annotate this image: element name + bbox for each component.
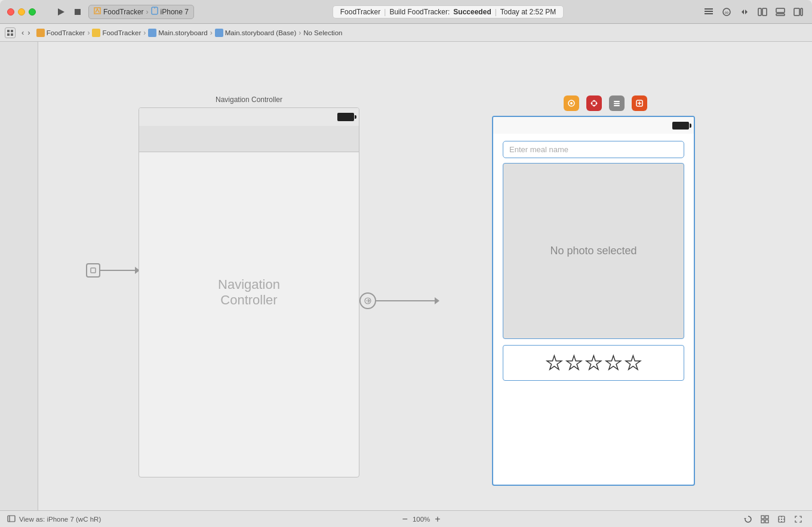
vc-view-icon[interactable] — [564, 95, 579, 111]
breadcrumb-label-5: No Selection — [303, 29, 342, 36]
entry-point — [86, 263, 136, 278]
breadcrumb-item-2[interactable]: FoodTracker — [92, 29, 141, 37]
build-label: Build FoodTracker: — [389, 8, 450, 16]
svg-point-27 — [593, 105, 595, 107]
main-content: Navigation Controller Navigation Control… — [0, 42, 812, 510]
svg-point-26 — [596, 103, 598, 104]
star-5[interactable]: ★ — [625, 352, 642, 374]
foodtracker-project-icon — [36, 29, 45, 37]
titlebar-right: ∞ — [702, 5, 805, 19]
navigator-grid-button[interactable] — [5, 27, 16, 38]
editor-version-button[interactable] — [738, 5, 751, 19]
breadcrumb-nav: ‹ › — [20, 28, 32, 37]
canvas-grid-button[interactable] — [758, 513, 771, 526]
svg-point-23 — [570, 102, 573, 104]
svg-rect-1 — [75, 9, 81, 15]
run-button[interactable] — [55, 6, 67, 18]
breadcrumb-label-1: FoodTracker — [47, 29, 85, 36]
rating-control[interactable]: ★ ★ ★ ★ ★ — [503, 345, 684, 381]
meal-name-textfield[interactable]: Enter meal name — [503, 141, 684, 158]
photo-image-view[interactable]: No photo selected — [503, 163, 684, 339]
zoom-out-button[interactable]: − — [402, 514, 408, 525]
svg-rect-10 — [758, 8, 761, 16]
bottom-bar-right — [742, 513, 805, 526]
breadcrumb-item-5: No Selection — [303, 29, 342, 36]
breadcrumb-item-4[interactable]: Main.storyboard (Base) — [215, 29, 297, 37]
foodtracker-folder-icon — [92, 29, 100, 37]
breadcrumb-label-2: FoodTracker — [102, 29, 141, 36]
storyboard-canvas[interactable]: Navigation Controller Navigation Control… — [38, 42, 812, 510]
vc-status-bar — [493, 117, 694, 134]
svg-rect-41 — [765, 520, 768, 523]
nav-battery-icon — [337, 113, 354, 121]
build-app-label: FoodTracker — [340, 8, 381, 16]
canvas-size-button[interactable] — [792, 513, 805, 526]
svg-rect-7 — [705, 13, 713, 14]
breadcrumb-label-3: Main.storyboard — [158, 29, 207, 36]
vc-first-responder-icon[interactable] — [586, 95, 602, 111]
svg-point-25 — [593, 100, 595, 102]
breadcrumb-item-3[interactable]: Main.storyboard — [148, 29, 207, 37]
breadcrumb-forward-button[interactable]: › — [26, 28, 31, 37]
xcode-window: FoodTracker › iPhone 7 FoodTracker | Bui… — [0, 0, 812, 527]
svg-rect-15 — [801, 8, 802, 16]
nav-controller-scene: Navigation Controller Navigation Control… — [139, 95, 359, 489]
view-as-label: View as: iPhone 7 (wC hR) — [19, 516, 101, 523]
star-2[interactable]: ★ — [565, 352, 583, 374]
nav-controller-scene-label: Navigation Controller — [139, 95, 359, 104]
minimize-button[interactable] — [18, 8, 25, 16]
utilities-toggle-button[interactable] — [792, 5, 805, 19]
star-3[interactable]: ★ — [585, 352, 602, 374]
vc-battery-icon — [672, 122, 689, 130]
stop-button[interactable] — [72, 6, 84, 18]
build-result: Succeeded — [453, 8, 491, 16]
editor-standard-button[interactable] — [702, 5, 715, 19]
debug-toggle-button[interactable] — [774, 5, 787, 19]
vc-exit-icon[interactable] — [609, 95, 625, 111]
close-button[interactable] — [7, 8, 14, 16]
nav-status-bar — [139, 108, 359, 126]
star-1[interactable]: ★ — [546, 352, 563, 374]
meal-name-placeholder: Enter meal name — [509, 145, 568, 154]
view-controller-scene: Enter meal name No photo selected ★ ★ ★ … — [492, 95, 701, 501]
svg-rect-12 — [776, 8, 785, 13]
left-panel — [0, 42, 38, 510]
nav-bar-mockup — [139, 126, 359, 152]
no-photo-label: No photo selected — [550, 245, 636, 257]
breadcrumb-item-1[interactable]: FoodTracker — [36, 29, 85, 37]
svg-rect-13 — [776, 14, 785, 16]
star-4[interactable]: ★ — [605, 352, 622, 374]
main-storyboard-base-icon — [215, 29, 223, 37]
breadcrumb-bar: ‹ › FoodTracker › FoodTracker › Main.sto… — [0, 24, 812, 42]
connection-arrowhead — [435, 297, 439, 304]
scheme-device-name: iPhone 7 — [161, 8, 189, 16]
svg-rect-20 — [91, 268, 96, 273]
svg-rect-17 — [11, 30, 13, 32]
svg-rect-30 — [614, 103, 620, 104]
navigator-toggle-button[interactable] — [756, 5, 769, 19]
svg-rect-39 — [765, 516, 768, 519]
canvas-refresh-button[interactable] — [742, 513, 755, 526]
connection-line — [376, 300, 436, 301]
maximize-button[interactable] — [29, 8, 36, 16]
zoom-in-button[interactable]: + — [435, 514, 440, 525]
bottom-bar-center: − 100% + — [106, 514, 737, 525]
vc-storyboard-entry-icon[interactable] — [632, 95, 647, 111]
canvas-constraint-button[interactable] — [775, 513, 788, 526]
svg-rect-40 — [761, 520, 764, 523]
scheme-selector[interactable]: FoodTracker › iPhone 7 — [88, 5, 194, 19]
svg-marker-37 — [744, 518, 746, 519]
build-time: Today at 2:52 PM — [500, 8, 556, 16]
titlebar-center: FoodTracker | Build FoodTracker: Succeed… — [199, 5, 697, 19]
view-as-button[interactable] — [7, 514, 16, 524]
segue-circle — [359, 292, 376, 309]
separator2: | — [495, 8, 497, 16]
vc-phone-mockup: Enter meal name No photo selected ★ ★ ★ … — [492, 116, 695, 486]
titlebar: FoodTracker › iPhone 7 FoodTracker | Bui… — [0, 0, 812, 24]
svg-rect-18 — [7, 33, 10, 36]
editor-assistant-button[interactable]: ∞ — [720, 5, 733, 19]
breadcrumb-back-button[interactable]: ‹ — [20, 28, 25, 37]
segue-connection — [359, 292, 436, 309]
svg-rect-31 — [614, 105, 620, 106]
svg-rect-35 — [8, 516, 15, 522]
